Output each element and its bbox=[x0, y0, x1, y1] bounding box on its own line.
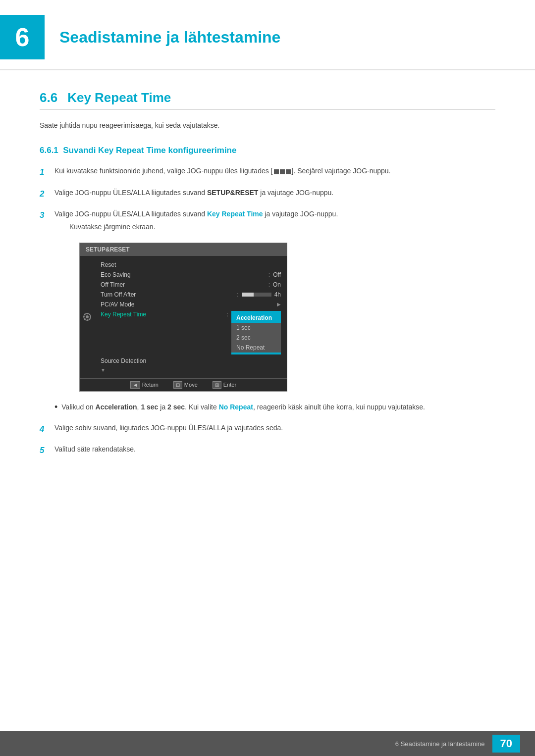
menu-item-eco-saving: Eco Saving : Off bbox=[99, 270, 283, 280]
menu-item-key-repeat-time: Key Repeat Time : Acceleration 1 sec 2 s… bbox=[99, 309, 283, 356]
menu-screenshot: SETUP&RESET Reset bbox=[79, 243, 287, 392]
menu-header: SETUP&RESET bbox=[80, 243, 287, 256]
menu-item-reset: Reset bbox=[99, 260, 283, 270]
step-4: 4 Valige sobiv suvand, liigutades JOG-nu… bbox=[40, 422, 495, 436]
step-1: 1 Kui kuvatakse funktsioonide juhend, va… bbox=[40, 165, 495, 179]
footer-page-number: 70 bbox=[492, 735, 520, 753]
move-icon: ⊡ bbox=[173, 381, 182, 389]
subsection-title: 6.6.1 Suvandi Key Repeat Time konfiguree… bbox=[40, 146, 495, 155]
menu-item-source-detection: Source Detection bbox=[99, 356, 283, 366]
dropdown-2sec: 2 sec bbox=[231, 333, 281, 343]
menu-footer: ◄ Return ⊡ Move ⊞ Enter bbox=[80, 378, 287, 391]
menu-gear-icon bbox=[80, 260, 95, 374]
menu-item-turn-off-after: Turn Off After : 4h bbox=[99, 290, 283, 300]
menu-items-list: Reset Eco Saving : Off Off Timer : On Tu… bbox=[95, 260, 287, 374]
enter-icon: ⊞ bbox=[213, 381, 221, 389]
dropdown-no-repeat: No Repeat bbox=[231, 343, 281, 353]
dropdown-popup: Acceleration 1 sec 2 sec No Repeat bbox=[231, 311, 281, 354]
bullet-list: • Valikud on Acceleration, 1 sec ja 2 se… bbox=[54, 402, 495, 412]
bullet-item-1: • Valikud on Acceleration, 1 sec ja 2 se… bbox=[54, 402, 495, 412]
steps-4-5: 4 Valige sobiv suvand, liigutades JOG-nu… bbox=[40, 422, 495, 457]
step-2: 2 Valige JOG-nuppu ÜLES/ALLA liigutades … bbox=[40, 187, 495, 201]
dropdown-1sec: 1 sec bbox=[231, 323, 281, 333]
menu-body: Reset Eco Saving : Off Off Timer : On Tu… bbox=[80, 256, 287, 378]
footer-return: ◄ Return bbox=[130, 381, 159, 389]
chapter-header: 6 Seadistamine ja lähtestamine bbox=[0, 0, 535, 70]
footer-chapter-text: 6 Seadistamine ja lähtestamine bbox=[395, 740, 485, 748]
steps-list: 1 Kui kuvatakse funktsioonide juhend, va… bbox=[40, 165, 495, 232]
menu-item-pcav-mode: PC/AV Mode ▶ bbox=[99, 300, 283, 309]
menu-item-off-timer: Off Timer : On bbox=[99, 280, 283, 290]
main-content: 6.6Key Repeat Time Saate juhtida nupu re… bbox=[0, 90, 535, 506]
return-icon: ◄ bbox=[130, 381, 140, 389]
menu-item-arrow-down: ▼ bbox=[99, 366, 283, 374]
chapter-number: 6 bbox=[0, 15, 45, 59]
footer-enter: ⊞ Enter bbox=[213, 381, 236, 389]
page-footer: 6 Seadistamine ja lähtestamine 70 bbox=[0, 731, 535, 756]
dropdown-acceleration: Acceleration bbox=[231, 313, 281, 323]
section-title: 6.6Key Repeat Time bbox=[40, 90, 495, 110]
svg-point-1 bbox=[86, 315, 89, 318]
jog-icon bbox=[274, 169, 291, 174]
step-5: 5 Valitud säte rakendatakse. bbox=[40, 444, 495, 457]
footer-move: ⊡ Move bbox=[173, 381, 198, 389]
chapter-title: Seadistamine ja lähtestamine bbox=[59, 28, 280, 47]
step-3-sub: Kuvatakse järgmine ekraan. bbox=[69, 221, 495, 232]
intro-text: Saate juhtida nupu reageerimisaega, kui … bbox=[40, 120, 495, 131]
step-3: 3 Valige JOG-nuppu ÜLES/ALLA liigutades … bbox=[40, 208, 495, 233]
